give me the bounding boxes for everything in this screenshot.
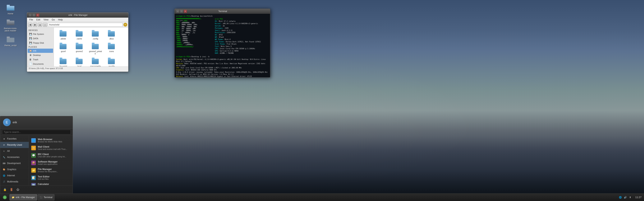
app-file-manager[interactable]: 📁 File Manager Browse the filesystem... [29,167,73,174]
category-all[interactable]: ≡ All [0,148,29,154]
category-accessories[interactable]: 🔧 Accessories [0,154,29,160]
location-toggle[interactable]: ✏ [124,23,127,27]
forward-button[interactable]: ▶ [33,22,37,27]
start-menu-body: ★ Favorites ⟳ Recently Used ≡ All 🔧 Acce… [0,136,73,186]
category-office[interactable]: 📄 Office [0,185,29,186]
file-item[interactable]: .gnome2 [72,42,87,56]
app-mail-client[interactable]: ✉ Mail Client Send and receive mail with… [29,144,73,152]
multimedia-icon: 🎵 [2,180,6,183]
file-item[interactable]: .gconf [56,42,71,56]
file-item[interactable]: .dbus [104,29,119,41]
terminal-body[interactable]: erik@erik-PSQ ~/Desktop $ screenfetch MM… [174,14,270,77]
file-manager-window-controls: ─ □ ✕ [28,13,39,17]
start-search-input[interactable] [2,130,71,134]
network-tray-icon[interactable]: 🌐 [618,196,622,199]
file-item[interactable]: .macromedia [88,57,103,66]
go-menu[interactable]: Go [50,18,56,21]
file-grid: .adobe .cache .config [56,29,127,66]
category-development[interactable]: ⌨ Development [0,160,29,166]
file-item[interactable]: .gnome2_private [88,42,103,56]
app-text-editor[interactable]: 📝 Text Editor Edit text files [29,174,73,182]
close-button[interactable]: ✕ [36,13,39,17]
file-item[interactable]: .config [88,29,103,41]
sidebar-data[interactable]: 💾 DATA [28,36,53,41]
help-menu[interactable]: Help [57,18,64,21]
sidebar-desktop[interactable]: 🖥 Desktop [28,53,53,57]
desktop-icon-themes[interactable]: themes-icons-pack-master [2,17,19,33]
file-item[interactable]: .mozilla [104,57,119,66]
taskbar-file-manager[interactable]: 📁 erik - File Manager [10,194,37,201]
desktop-icon-home[interactable]: Home [2,2,19,16]
file-manager-titlebar: ─ □ ✕ erik - File Manager [27,13,128,18]
sidebar-music[interactable]: 🎵 Music [28,66,53,66]
user-avatar: E [3,119,11,126]
update-tray-icon[interactable]: ⬆ [628,196,632,199]
minimize-button[interactable]: ─ [28,13,32,17]
svg-rect-2 [7,5,10,6]
file-item[interactable]: .cache [72,29,87,41]
category-favorites[interactable]: ★ Favorites [0,136,29,142]
svg-rect-1 [7,6,14,10]
city-skyline [0,136,644,193]
category-multimedia[interactable]: 🎵 Multimedia [0,179,29,185]
file-manager-menubar: File Edit View Go Help [27,18,128,22]
sidebar-documents[interactable]: 📄 Documents [28,62,53,66]
sidebar-file-system[interactable]: 💾 File System [28,32,53,36]
sidebar-floppy[interactable]: 💾 Floppy Disk [28,41,53,45]
start-categories: ★ Favorites ⟳ Recently Used ≡ All 🔧 Acce… [0,136,29,186]
app-calculator[interactable]: 🔢 Calculator Perform arithmetic, scienti… [29,182,73,186]
text-editor-icon: 📝 [31,176,36,180]
volume-tray-icon[interactable]: 🔊 [623,196,627,199]
terminal-minimize[interactable]: ─ [176,10,179,13]
home-nav-button[interactable]: ⌂ [43,22,47,27]
file-manager-icon: 📁 [31,168,36,173]
svg-rect-8 [7,36,10,38]
file-menu[interactable]: File [28,18,34,21]
file-manager-toolbar: ◀ ▶ ▲ ⌂ /home/erik/ ✏ [27,22,128,27]
accessories-icon: 🔧 [2,156,6,159]
file-item[interactable]: .linuxmint [56,57,71,66]
terminal-close[interactable]: ✕ [184,10,187,13]
location-bar[interactable]: /home/erik/ [48,23,123,27]
view-menu[interactable]: View [42,18,50,21]
start-button[interactable] [1,194,8,201]
start-app-list: 🌐 Web Browser Browse the World Wide Web … [29,136,73,186]
taskbar-terminal-icon: ⬛ [40,196,42,199]
logout-button[interactable]: 🚪 [8,187,14,192]
category-recently-used[interactable]: ⟳ Recently Used [0,142,29,148]
back-button[interactable]: ◀ [28,22,32,27]
themes-icon-label: themes-icons-pack-master [3,27,18,32]
start-menu: E erik ★ Favorites ⟳ Recently Used ≡ All… [0,116,73,193]
taskbar-terminal[interactable]: ⬛ Terminal [38,194,54,201]
lock-button[interactable]: 🔒 [2,187,8,192]
terminal-titlebar: ─ □ ✕ Terminal [174,9,270,14]
sidebar-erik[interactable]: 🏠 erik [28,49,53,53]
app-irc-client[interactable]: 💬 IRC Client Chat with other people usin… [29,152,73,159]
sidebar-trash[interactable]: 🗑 Trash [28,57,53,62]
edit-menu[interactable]: Edit [35,18,42,21]
system-clock: 11:27 [634,196,643,199]
terminal-maximize[interactable]: □ [180,10,183,13]
file-item[interactable]: .icons [104,42,119,56]
folder-cache-icon [75,30,83,38]
category-graphics[interactable]: 🎨 Graphics [0,166,29,173]
file-manager-title: erik - File Manager [39,14,117,16]
taskbar-app-list: 📁 erik - File Manager ⬛ Terminal [10,194,54,201]
file-manager-content: .adobe .cache .config [54,27,128,66]
up-button[interactable]: ▲ [38,22,42,27]
file-item[interactable]: .adobe [56,29,71,41]
irc-icon: 💬 [31,153,36,158]
app-software-manager[interactable]: 📦 Software Manager Install new applicati… [29,159,73,167]
file-item[interactable]: .local [72,57,87,66]
file-manager-window: ─ □ ✕ erik - File Manager File Edit View… [27,12,128,72]
svg-rect-5 [7,21,14,25]
desktop-icon-theme-script[interactable]: theme_script [2,34,19,47]
theme-script-icon-label: theme_script [4,44,17,46]
category-internet[interactable]: 🌐 Internet [0,173,29,179]
shutdown-button[interactable]: ⏻ [15,187,20,192]
maximize-button[interactable]: □ [32,13,36,17]
file-manager-statusbar: 33 items (38.4 kB), Free space: 97.0 GB [27,66,128,70]
app-web-browser[interactable]: 🌐 Web Browser Browse the World Wide Web [29,137,73,144]
recently-used-icon: ⟳ [2,143,6,146]
mail-icon: ✉ [31,146,36,150]
